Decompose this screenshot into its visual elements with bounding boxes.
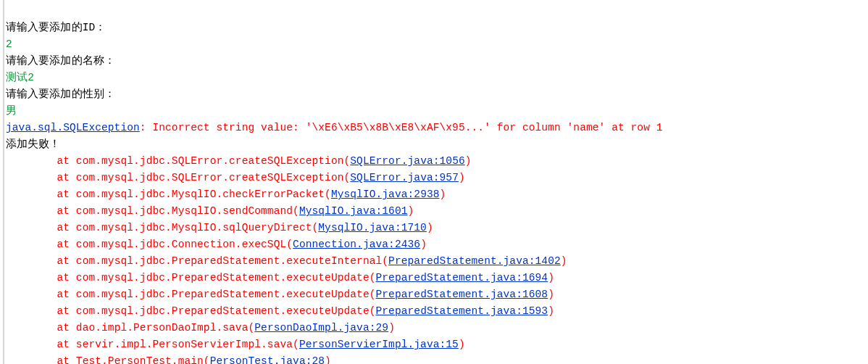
prompt-sex: 请输入要添加的性别： bbox=[6, 88, 115, 100]
paren-open-9: ( bbox=[370, 305, 376, 317]
stack-at-2: at com.mysql.jdbc.MysqlIO.checkErrorPack… bbox=[57, 189, 325, 200]
stack-indent-1 bbox=[6, 172, 57, 183]
stack-indent-9 bbox=[6, 305, 57, 317]
paren-open-5: ( bbox=[286, 239, 293, 250]
stack-at-8: at com.mysql.jdbc.PreparedStatement.exec… bbox=[57, 289, 369, 300]
prompt-id: 请输入要添加的ID： bbox=[6, 22, 106, 33]
paren-close-4: ) bbox=[427, 222, 433, 233]
stack-at-10: at dao.impl.PersonDaoImpl.sava bbox=[57, 322, 248, 334]
stack-at-12: at Test.PersonTest.main bbox=[57, 355, 203, 364]
paren-close-9: ) bbox=[548, 305, 554, 317]
stack-indent-3 bbox=[6, 205, 57, 217]
stack-loc-5[interactable]: Connection.java:2436 bbox=[293, 239, 420, 250]
paren-close-8: ) bbox=[548, 289, 554, 300]
paren-open-3: ( bbox=[293, 205, 299, 217]
paren-close-10: ) bbox=[388, 322, 395, 334]
paren-close-5: ) bbox=[420, 239, 427, 250]
user-input-id: 2 bbox=[6, 38, 12, 50]
stack-loc-12[interactable]: PersonTest.java:28 bbox=[210, 355, 325, 364]
paren-close-6: ) bbox=[561, 255, 567, 267]
stack-loc-1[interactable]: SQLError.java:957 bbox=[350, 172, 459, 183]
stack-indent-6 bbox=[6, 255, 57, 267]
stack-indent-7 bbox=[6, 272, 57, 284]
paren-close-0: ) bbox=[465, 155, 472, 167]
stack-indent-5 bbox=[6, 239, 57, 250]
stack-loc-10[interactable]: PersonDaoImpl.java:29 bbox=[254, 322, 388, 334]
paren-open-10: ( bbox=[248, 322, 254, 334]
user-input-sex: 男 bbox=[6, 105, 17, 117]
stack-at-4: at com.mysql.jdbc.MysqlIO.sqlQueryDirect bbox=[57, 222, 312, 233]
stack-at-3: at com.mysql.jdbc.MysqlIO.sendCommand bbox=[57, 205, 293, 217]
stack-loc-2[interactable]: MysqlIO.java:2938 bbox=[331, 189, 440, 200]
exception-sep: : bbox=[140, 122, 153, 133]
stack-loc-0[interactable]: SQLError.java:1056 bbox=[350, 155, 464, 167]
stack-loc-3[interactable]: MysqlIO.java:1601 bbox=[299, 205, 408, 217]
stack-loc-8[interactable]: PreparedStatement.java:1608 bbox=[376, 289, 548, 300]
paren-close-7: ) bbox=[548, 272, 554, 284]
exception-message: Incorrect string value: '\xE6\xB5\x8B\xE… bbox=[152, 122, 662, 133]
paren-close-11: ) bbox=[459, 339, 465, 350]
stack-indent-12 bbox=[6, 355, 57, 364]
stack-indent-11 bbox=[6, 339, 57, 350]
paren-open-4: ( bbox=[312, 222, 318, 233]
stack-loc-6[interactable]: PreparedStatement.java:1402 bbox=[388, 255, 561, 267]
stack-indent-2 bbox=[6, 189, 57, 200]
stack-loc-9[interactable]: PreparedStatement.java:1593 bbox=[376, 305, 548, 317]
stack-loc-11[interactable]: PersonServierImpl.java:15 bbox=[299, 339, 459, 350]
stack-at-7: at com.mysql.jdbc.PreparedStatement.exec… bbox=[57, 272, 369, 284]
paren-open-8: ( bbox=[370, 289, 376, 300]
console-output: 请输入要添加的ID： 2 请输入要添加的名称： 测试2 请输入要添加的性别： 男… bbox=[3, 0, 868, 364]
paren-open-6: ( bbox=[382, 255, 388, 267]
paren-open-7: ( bbox=[370, 272, 376, 284]
paren-open-2: ( bbox=[325, 189, 331, 200]
paren-close-1: ) bbox=[459, 172, 465, 183]
fail-message: 添加失败！ bbox=[6, 138, 61, 150]
paren-open-11: ( bbox=[293, 339, 299, 350]
stack-at-5: at com.mysql.jdbc.Connection.execSQL bbox=[57, 239, 286, 250]
stack-loc-4[interactable]: MysqlIO.java:1710 bbox=[318, 222, 427, 233]
paren-open-1: ( bbox=[344, 172, 351, 183]
exception-class-link[interactable]: java.sql.SQLException bbox=[6, 122, 140, 133]
stack-at-1: at com.mysql.jdbc.SQLError.createSQLExce… bbox=[57, 172, 343, 183]
user-input-name: 测试2 bbox=[6, 72, 34, 83]
stack-indent-10 bbox=[6, 322, 57, 334]
paren-open-12: ( bbox=[204, 355, 210, 364]
stack-at-11: at servir.impl.PersonServierImpl.sava bbox=[57, 339, 293, 350]
prompt-name: 请输入要添加的名称： bbox=[6, 55, 115, 67]
stack-indent-8 bbox=[6, 289, 57, 300]
stack-indent-4 bbox=[6, 222, 57, 233]
stack-at-0: at com.mysql.jdbc.SQLError.createSQLExce… bbox=[57, 155, 343, 167]
paren-close-3: ) bbox=[408, 205, 414, 217]
paren-close-12: ) bbox=[325, 355, 331, 364]
paren-close-2: ) bbox=[440, 189, 446, 200]
stack-indent-0 bbox=[6, 155, 57, 167]
paren-open-0: ( bbox=[344, 155, 351, 167]
stack-at-9: at com.mysql.jdbc.PreparedStatement.exec… bbox=[57, 305, 369, 317]
stack-loc-7[interactable]: PreparedStatement.java:1694 bbox=[376, 272, 548, 284]
stack-at-6: at com.mysql.jdbc.PreparedStatement.exec… bbox=[57, 255, 382, 267]
